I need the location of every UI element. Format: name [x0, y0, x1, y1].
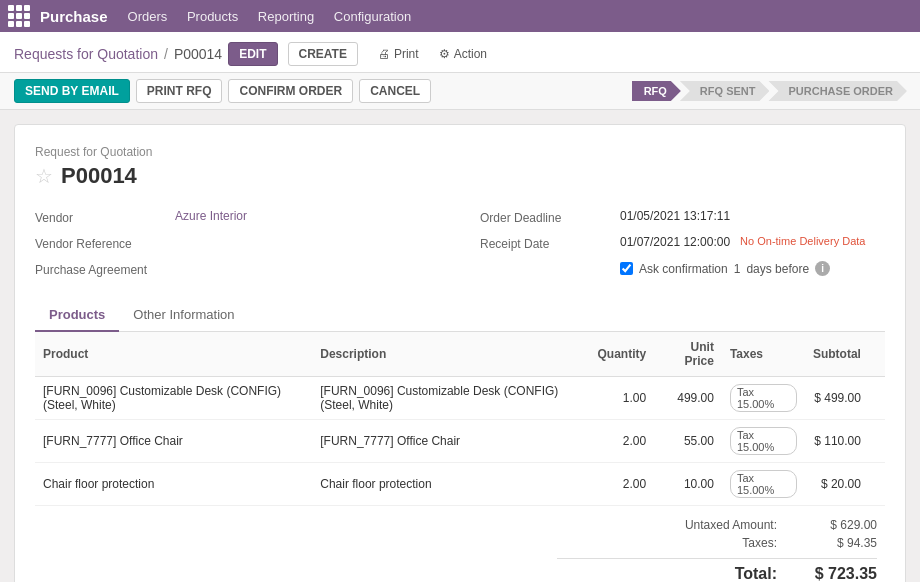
form-card: Request for Quotation ☆ P00014 Vendor Az… — [14, 124, 906, 582]
top-navigation: Purchase Orders Products Reporting Confi… — [0, 0, 920, 32]
cancel-button[interactable]: CANCEL — [359, 79, 431, 103]
cell-description: [FURN_7777] Office Chair — [312, 420, 589, 463]
pipeline-step-purchase-order[interactable]: PURCHASE ORDER — [768, 81, 907, 101]
taxes-row: Taxes: $ 94.35 — [557, 536, 877, 550]
cell-taxes: Tax 15.00% — [722, 420, 805, 463]
cell-unit-price: 55.00 — [654, 420, 722, 463]
cell-product: Chair floor protection — [35, 463, 312, 506]
order-deadline-value: 01/05/2021 13:17:11 — [620, 209, 730, 223]
tabs: Products Other Information — [35, 299, 885, 332]
gear-icon: ⚙ — [439, 47, 450, 61]
cell-quantity: 2.00 — [589, 463, 654, 506]
purchase-agreement-field: Purchase Agreement — [35, 257, 440, 283]
breadcrumb-parent[interactable]: Requests for Quotation — [14, 46, 158, 62]
breadcrumb-current: P00014 — [174, 46, 222, 62]
top-nav-links: Orders Products Reporting Configuration — [128, 9, 428, 24]
toolbar: SEND BY EMAIL PRINT RFQ CONFIRM ORDER CA… — [0, 73, 920, 110]
cell-quantity: 2.00 — [589, 420, 654, 463]
total-label: Total: — [657, 565, 777, 582]
print-rfq-button[interactable]: PRINT RFQ — [136, 79, 223, 103]
cell-row-action — [869, 420, 885, 463]
action-menu[interactable]: ⚙ Action — [439, 47, 487, 61]
totals-section: Untaxed Amount: $ 629.00 Taxes: $ 94.35 … — [35, 506, 885, 582]
send-by-email-button[interactable]: SEND BY EMAIL — [14, 79, 130, 103]
breadcrumb-bar: Requests for Quotation / P00014 EDIT CRE… — [0, 32, 920, 73]
taxes-value: $ 94.35 — [807, 536, 877, 550]
table-header-row: Product Description Quantity Unit Price … — [35, 332, 885, 377]
breadcrumb-separator: / — [164, 46, 168, 62]
confirm-order-button[interactable]: CONFIRM ORDER — [228, 79, 353, 103]
cell-row-action — [869, 377, 885, 420]
col-actions — [869, 332, 885, 377]
tab-other-information[interactable]: Other Information — [119, 299, 248, 332]
nav-reporting[interactable]: Reporting — [258, 9, 314, 24]
untaxed-amount-row: Untaxed Amount: $ 629.00 — [557, 518, 877, 532]
cell-unit-price: 499.00 — [654, 377, 722, 420]
right-fields: Order Deadline 01/05/2021 13:17:11 Recei… — [480, 205, 885, 283]
cell-description: Chair floor protection — [312, 463, 589, 506]
vendor-field: Vendor Azure Interior — [35, 205, 440, 231]
cell-product: [FURN_7777] Office Chair — [35, 420, 312, 463]
receipt-date-value: 01/07/2021 12:00:00 — [620, 235, 730, 249]
confirm-check-row: Ask confirmation 1 days before i — [480, 257, 885, 283]
main-content: Request for Quotation ☆ P00014 Vendor Az… — [0, 110, 920, 582]
nav-products[interactable]: Products — [187, 9, 238, 24]
form-fields: Vendor Azure Interior Vendor Reference P… — [35, 205, 885, 283]
col-taxes: Taxes — [722, 332, 805, 377]
app-brand[interactable]: Purchase — [40, 8, 108, 25]
cell-subtotal: $ 20.00 — [805, 463, 869, 506]
form-type-label: Request for Quotation — [35, 145, 885, 159]
cell-description: [FURN_0096] Customizable Desk (CONFIG) (… — [312, 377, 589, 420]
untaxed-value: $ 629.00 — [807, 518, 877, 532]
cell-subtotal: $ 499.00 — [805, 377, 869, 420]
record-id: P00014 — [61, 163, 137, 189]
col-quantity: Quantity — [589, 332, 654, 377]
nav-orders[interactable]: Orders — [128, 9, 168, 24]
grand-total-row: Total: $ 723.35 — [557, 558, 877, 582]
order-deadline-field: Order Deadline 01/05/2021 13:17:11 — [480, 205, 885, 231]
cell-subtotal: $ 110.00 — [805, 420, 869, 463]
cell-unit-price: 10.00 — [654, 463, 722, 506]
products-table: Product Description Quantity Unit Price … — [35, 332, 885, 506]
info-icon[interactable]: i — [815, 261, 830, 276]
create-button[interactable]: CREATE — [288, 42, 358, 66]
vendor-value[interactable]: Azure Interior — [175, 209, 247, 223]
table-row[interactable]: Chair floor protection Chair floor prote… — [35, 463, 885, 506]
taxes-label: Taxes: — [657, 536, 777, 550]
cell-row-action — [869, 463, 885, 506]
col-subtotal: Subtotal — [805, 332, 869, 377]
status-pipeline: RFQ RFQ SENT PURCHASE ORDER — [632, 81, 906, 101]
cell-taxes: Tax 15.00% — [722, 377, 805, 420]
col-unit-price: Unit Price — [654, 332, 722, 377]
cell-quantity: 1.00 — [589, 377, 654, 420]
table-row[interactable]: [FURN_7777] Office Chair [FURN_7777] Off… — [35, 420, 885, 463]
total-value: $ 723.35 — [807, 565, 877, 582]
nav-configuration[interactable]: Configuration — [334, 9, 411, 24]
table-row[interactable]: [FURN_0096] Customizable Desk (CONFIG) (… — [35, 377, 885, 420]
vendor-ref-field: Vendor Reference — [35, 231, 440, 257]
pipeline-step-rfq-sent[interactable]: RFQ SENT — [680, 81, 770, 101]
pipeline-step-rfq[interactable]: RFQ — [632, 81, 681, 101]
left-fields: Vendor Azure Interior Vendor Reference P… — [35, 205, 440, 283]
confirm-check: Ask confirmation 1 days before i — [620, 261, 830, 276]
print-action[interactable]: 🖨 Print — [378, 47, 419, 61]
receipt-date-field: Receipt Date 01/07/2021 12:00:00 No On-t… — [480, 231, 885, 257]
print-icon: 🖨 — [378, 47, 390, 61]
cell-product: [FURN_0096] Customizable Desk (CONFIG) (… — [35, 377, 312, 420]
untaxed-label: Untaxed Amount: — [657, 518, 777, 532]
favorite-icon[interactable]: ☆ — [35, 164, 53, 188]
cell-taxes: Tax 15.00% — [722, 463, 805, 506]
top-right-actions: EDIT CREATE 🖨 Print ⚙ Action — [228, 42, 487, 66]
ask-confirmation-checkbox[interactable] — [620, 262, 633, 275]
tab-products[interactable]: Products — [35, 299, 119, 332]
col-description: Description — [312, 332, 589, 377]
no-delivery-data: No On-time Delivery Data — [740, 235, 865, 247]
edit-button[interactable]: EDIT — [228, 42, 277, 66]
col-product: Product — [35, 332, 312, 377]
form-title: ☆ P00014 — [35, 163, 885, 189]
apps-grid-icon[interactable] — [8, 5, 30, 27]
